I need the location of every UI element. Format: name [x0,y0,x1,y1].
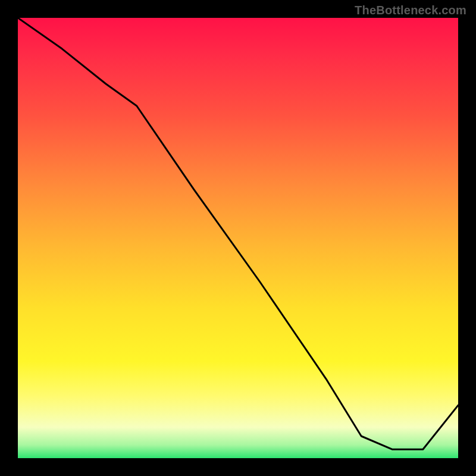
chart-frame: TheBottleneck.com [0,0,476,476]
data-curve [18,18,458,458]
curve-path [18,18,458,449]
watermark-text: TheBottleneck.com [355,4,466,17]
plot-area [18,18,458,458]
